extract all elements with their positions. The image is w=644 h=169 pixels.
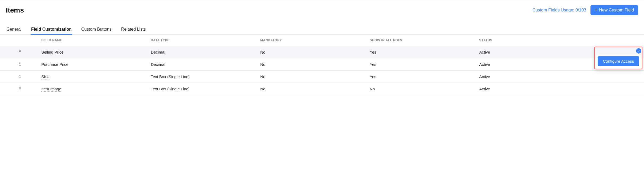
tab-related-lists[interactable]: Related Lists bbox=[121, 24, 146, 34]
table-row: Purchase Price Decimal No Yes Active bbox=[0, 58, 644, 71]
column-header-mandatory: MANDATORY bbox=[258, 35, 367, 46]
pdf-cell: Yes bbox=[367, 58, 476, 71]
mandatory-cell: No bbox=[258, 71, 367, 83]
status-cell: Active bbox=[476, 46, 554, 58]
row-actions-menu: Configure Access bbox=[596, 55, 641, 68]
tabs: General Field Customization Custom Butto… bbox=[0, 24, 644, 35]
mandatory-cell: No bbox=[258, 58, 367, 71]
page-header: Items Custom Fields Usage: 0/103 + New C… bbox=[0, 0, 644, 20]
tab-general[interactable]: General bbox=[6, 24, 22, 34]
field-name-text[interactable]: Item Image bbox=[41, 87, 61, 92]
field-name-text[interactable]: SKU bbox=[41, 74, 50, 79]
lock-cell bbox=[0, 58, 39, 71]
mandatory-cell: No bbox=[258, 46, 367, 58]
mandatory-cell: No bbox=[258, 83, 367, 95]
column-header-field-name: FIELD NAME bbox=[39, 35, 148, 46]
fields-table: FIELD NAME DATA TYPE MANDATORY SHOW IN A… bbox=[0, 35, 644, 95]
column-header-show-pdf: SHOW IN ALL PDFS bbox=[367, 35, 476, 46]
status-cell: Active bbox=[476, 83, 554, 95]
pdf-cell: Yes bbox=[367, 46, 476, 58]
column-header-lock bbox=[0, 35, 39, 46]
header-actions: Custom Fields Usage: 0/103 + New Custom … bbox=[532, 5, 638, 15]
status-cell: Active bbox=[476, 71, 554, 83]
table-row: Selling Price Decimal No Yes Active Conf… bbox=[0, 46, 644, 58]
row-actions-toggle[interactable] bbox=[636, 48, 641, 54]
lock-icon bbox=[18, 87, 22, 90]
actions-cell bbox=[554, 71, 644, 83]
tab-custom-buttons[interactable]: Custom Buttons bbox=[81, 24, 112, 34]
svg-rect-1 bbox=[19, 64, 21, 65]
svg-rect-0 bbox=[19, 51, 21, 53]
table-row: SKU Text Box (Single Line) No Yes Active bbox=[0, 71, 644, 83]
custom-fields-usage-link[interactable]: Custom Fields Usage: 0/103 bbox=[532, 8, 586, 13]
new-custom-field-button[interactable]: + New Custom Field bbox=[590, 5, 638, 15]
status-cell: Active bbox=[476, 58, 554, 71]
column-header-actions bbox=[554, 35, 644, 46]
data-type-cell: Decimal bbox=[148, 58, 258, 71]
lock-icon bbox=[18, 62, 22, 66]
new-custom-field-label: New Custom Field bbox=[599, 8, 634, 13]
dropdown-highlight: Configure Access bbox=[594, 47, 642, 69]
column-header-status: STATUS bbox=[476, 35, 554, 46]
svg-rect-2 bbox=[19, 76, 21, 78]
tab-field-customization[interactable]: Field Customization bbox=[31, 24, 72, 34]
field-name-cell: Item Image bbox=[39, 83, 148, 95]
actions-cell: Configure Access bbox=[554, 46, 644, 58]
table-row: Item Image Text Box (Single Line) No No … bbox=[0, 83, 644, 95]
actions-cell bbox=[554, 83, 644, 95]
configure-access-button[interactable]: Configure Access bbox=[598, 56, 639, 66]
lock-icon bbox=[18, 74, 22, 78]
field-name-text: Selling Price bbox=[41, 50, 63, 54]
column-header-data-type: DATA TYPE bbox=[148, 35, 258, 46]
lock-cell bbox=[0, 71, 39, 83]
lock-icon bbox=[18, 50, 22, 54]
lock-cell bbox=[0, 46, 39, 58]
chevron-down-icon bbox=[637, 50, 640, 52]
data-type-cell: Text Box (Single Line) bbox=[148, 83, 258, 95]
data-type-cell: Decimal bbox=[148, 46, 258, 58]
field-name-text: Purchase Price bbox=[41, 62, 68, 67]
field-name-cell: Selling Price bbox=[39, 46, 148, 58]
svg-rect-3 bbox=[19, 88, 21, 90]
data-type-cell: Text Box (Single Line) bbox=[148, 71, 258, 83]
page-title: Items bbox=[6, 6, 24, 14]
field-name-cell: SKU bbox=[39, 71, 148, 83]
pdf-cell: Yes bbox=[367, 71, 476, 83]
pdf-cell: No bbox=[367, 83, 476, 95]
lock-cell bbox=[0, 83, 39, 95]
field-name-cell: Purchase Price bbox=[39, 58, 148, 71]
plus-icon: + bbox=[595, 8, 598, 13]
